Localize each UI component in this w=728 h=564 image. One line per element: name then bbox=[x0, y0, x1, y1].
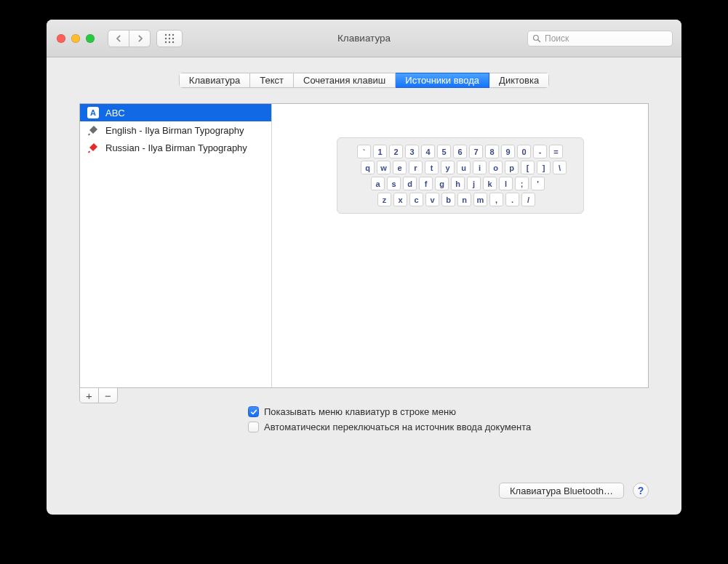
traffic-lights bbox=[57, 34, 95, 43]
key: x bbox=[393, 193, 407, 206]
input-source-item[interactable]: English - Ilya Birman Typography bbox=[80, 121, 271, 139]
key: 8 bbox=[485, 145, 499, 158]
layout-abc-icon: A bbox=[87, 107, 99, 118]
content-area: AABCEnglish - Ilya Birman TypographyRuss… bbox=[47, 88, 681, 515]
pin-gray-icon bbox=[87, 124, 99, 136]
tab-3[interactable]: Источники ввода bbox=[396, 73, 489, 88]
key: j bbox=[467, 177, 481, 190]
close-button[interactable] bbox=[57, 34, 65, 43]
label-auto-switch: Автоматически переключаться на источник … bbox=[264, 422, 531, 432]
prefs-window: Клавиатура КлавиатураТекстСочетания клав… bbox=[47, 20, 681, 515]
svg-rect-11 bbox=[88, 133, 91, 136]
label-show-menu: Показывать меню клавиатур в строке меню bbox=[264, 406, 456, 417]
key: . bbox=[505, 193, 519, 206]
key: - bbox=[533, 145, 547, 158]
key: k bbox=[483, 177, 497, 190]
key: 9 bbox=[501, 145, 515, 158]
input-source-item[interactable]: AABC bbox=[80, 104, 271, 121]
forward-button[interactable] bbox=[129, 30, 151, 47]
key: h bbox=[451, 177, 465, 190]
key: l bbox=[499, 177, 513, 190]
back-button[interactable] bbox=[108, 30, 129, 47]
key: 5 bbox=[437, 145, 451, 158]
key: 0 bbox=[517, 145, 531, 158]
svg-point-4 bbox=[169, 37, 170, 39]
input-source-label: ABC bbox=[105, 108, 125, 118]
minimize-button[interactable] bbox=[71, 34, 80, 43]
zoom-button[interactable] bbox=[86, 34, 95, 43]
nav-buttons bbox=[108, 30, 151, 47]
key: 3 bbox=[405, 145, 419, 158]
search-field[interactable] bbox=[527, 31, 673, 47]
key: a bbox=[371, 177, 385, 190]
svg-rect-12 bbox=[88, 150, 91, 153]
key: ] bbox=[537, 161, 551, 174]
keyboard-layout: `1234567890-=qwertyuiop[]\asdfghjkl;'zxc… bbox=[337, 137, 584, 214]
svg-point-0 bbox=[165, 33, 167, 35]
options: Показывать меню клавиатур в строке меню … bbox=[248, 406, 649, 437]
option-show-menu[interactable]: Показывать меню клавиатур в строке меню bbox=[248, 406, 649, 417]
key: e bbox=[393, 161, 407, 174]
key: z bbox=[377, 193, 391, 206]
key: y bbox=[441, 161, 455, 174]
key: ' bbox=[531, 177, 545, 190]
input-source-label: English - Ilya Birman Typography bbox=[105, 125, 244, 136]
svg-point-8 bbox=[172, 41, 174, 42]
tab-4[interactable]: Диктовка bbox=[489, 73, 549, 88]
keyboard-preview: `1234567890-=qwertyuiop[]\asdfghjkl;'zxc… bbox=[272, 104, 648, 387]
key: o bbox=[489, 161, 503, 174]
footer: Клавиатура Bluetooth… ? bbox=[79, 471, 649, 499]
key: / bbox=[521, 193, 535, 206]
help-button[interactable]: ? bbox=[633, 483, 649, 499]
panes: AABCEnglish - Ilya Birman TypographyRuss… bbox=[79, 103, 649, 388]
list-add-remove: + − bbox=[79, 387, 649, 403]
checkbox-show-menu[interactable] bbox=[248, 406, 259, 417]
search-input[interactable] bbox=[545, 33, 668, 44]
svg-line-10 bbox=[538, 39, 540, 41]
svg-point-3 bbox=[165, 37, 167, 39]
key: [ bbox=[521, 161, 535, 174]
key: t bbox=[425, 161, 439, 174]
key: , bbox=[489, 193, 503, 206]
key: \ bbox=[553, 161, 567, 174]
remove-source-button[interactable]: − bbox=[98, 387, 118, 403]
input-source-item[interactable]: Russian - Ilya Birman Typography bbox=[80, 139, 271, 156]
input-source-list[interactable]: AABCEnglish - Ilya Birman TypographyRuss… bbox=[80, 104, 272, 387]
key: u bbox=[457, 161, 471, 174]
add-source-button[interactable]: + bbox=[79, 387, 99, 403]
key: s bbox=[387, 177, 401, 190]
pin-red-icon bbox=[87, 142, 99, 153]
key: 1 bbox=[373, 145, 387, 158]
key: b bbox=[441, 193, 455, 206]
key: v bbox=[425, 193, 439, 206]
tab-0[interactable]: Клавиатура bbox=[179, 73, 250, 88]
checkbox-auto-switch[interactable] bbox=[248, 422, 259, 432]
key: 2 bbox=[389, 145, 403, 158]
svg-point-1 bbox=[169, 33, 170, 35]
search-icon bbox=[532, 34, 541, 43]
input-source-label: Russian - Ilya Birman Typography bbox=[105, 142, 247, 153]
key: c bbox=[409, 193, 423, 206]
svg-point-2 bbox=[172, 33, 174, 35]
key: ; bbox=[515, 177, 529, 190]
tab-2[interactable]: Сочетания клавиш bbox=[294, 73, 396, 88]
key: m bbox=[473, 193, 487, 206]
key: 6 bbox=[453, 145, 467, 158]
svg-point-5 bbox=[172, 37, 174, 39]
key: f bbox=[419, 177, 433, 190]
key: i bbox=[473, 161, 487, 174]
key: 4 bbox=[421, 145, 435, 158]
option-auto-switch[interactable]: Автоматически переключаться на источник … bbox=[248, 422, 649, 432]
key: = bbox=[549, 145, 563, 158]
key: q bbox=[361, 161, 375, 174]
key: n bbox=[457, 193, 471, 206]
show-all-button[interactable] bbox=[156, 30, 183, 47]
svg-point-7 bbox=[169, 41, 170, 42]
tab-1[interactable]: Текст bbox=[250, 73, 294, 88]
svg-point-6 bbox=[165, 41, 167, 42]
key: ` bbox=[357, 145, 371, 158]
key: p bbox=[505, 161, 519, 174]
key: 7 bbox=[469, 145, 483, 158]
key: r bbox=[409, 161, 423, 174]
bluetooth-keyboard-button[interactable]: Клавиатура Bluetooth… bbox=[499, 483, 624, 499]
